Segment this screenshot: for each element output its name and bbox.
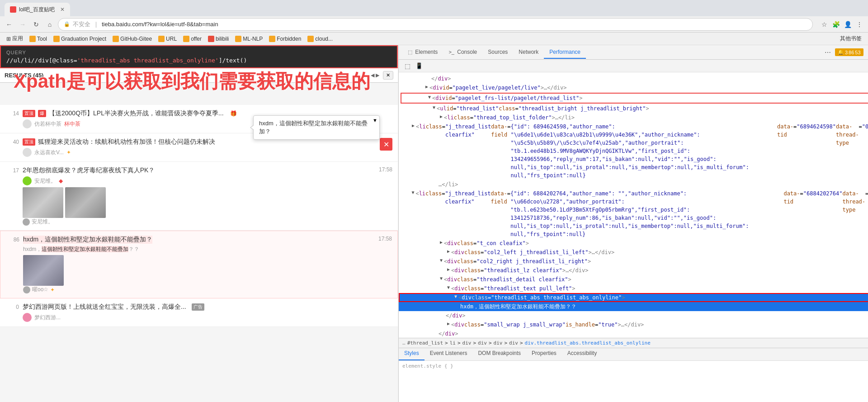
post-title[interactable]: 【送2000Q币】LPL半决赛火热开战，谁能晋级决赛争夺夏季...: [49, 109, 224, 118]
reply-author: 安尼维。: [32, 218, 53, 226]
breadcrumb-div3[interactable]: div: [494, 340, 503, 346]
query-input[interactable]: //ul/li//div[@class='threadlist_abs thre…: [6, 57, 392, 64]
bookmark-bilibili[interactable]: bilibili: [205, 35, 231, 43]
close-notice[interactable]: ✕: [380, 138, 392, 151]
active-tab[interactable]: lol吧_百度贴吧 ✕: [5, 3, 70, 16]
edit-button[interactable]: ✎: [398, 284, 398, 302]
expand-icon[interactable]: ▼: [453, 293, 458, 299]
expand-icon[interactable]: ▼: [439, 257, 444, 263]
tree-node-threadlist-detail[interactable]: ▼ <div class="threadlist_detail clearfix…: [399, 275, 868, 284]
tab-event-listeners[interactable]: Event Listeners: [425, 348, 473, 360]
bookmark-url[interactable]: URL: [156, 35, 179, 43]
tree-node-li-top-folder[interactable]: ▶ <li class="thread_top_list_folder" >…<…: [399, 113, 868, 122]
tree-node-small-wrap[interactable]: ▶ <div class="small_wrap j_small_wrap" i…: [399, 320, 868, 329]
clear-button[interactable]: ✕: [383, 71, 393, 80]
tree-node-threadlist-lz[interactable]: ▶ <div class="threadlist_lz clearfix" >……: [399, 266, 868, 275]
share-button[interactable]: ↗: [398, 242, 398, 260]
author-name: 永远喜欢V...: [34, 149, 64, 156]
expand-icon[interactable]: ▶: [446, 248, 451, 254]
tab-dom-breakpoints[interactable]: DOM Breakpoints: [472, 348, 526, 360]
tree-node-ul-thread-list[interactable]: ▼ <ul id="thread_list" class="threadlist…: [399, 104, 868, 113]
expand-icon[interactable]: ▼: [446, 284, 451, 290]
post-author-row: 梦幻西游...: [23, 313, 392, 322]
tab-title: lol吧_百度贴吧: [19, 6, 55, 14]
inspect-icon[interactable]: ⬚: [402, 61, 412, 71]
breadcrumb-div1[interactable]: div: [462, 340, 472, 346]
breadcrumb-sep: >: [458, 340, 461, 346]
device-icon[interactable]: 📱: [414, 61, 424, 71]
tab-sources[interactable]: Sources: [482, 46, 513, 59]
bookmark-tool[interactable]: Tool: [27, 35, 50, 43]
expand-icon[interactable]: ▶: [424, 84, 429, 89]
tab-label: Performance: [549, 49, 580, 55]
author-name: 安尼维。: [34, 177, 56, 185]
bookmark-graduation[interactable]: Graduation Project: [51, 35, 109, 43]
back-button[interactable]: ←: [4, 19, 14, 30]
bookmark-icon: [269, 36, 275, 42]
breadcrumb-li[interactable]: li: [450, 340, 456, 346]
bookmark-mlnlp[interactable]: ML-NLP: [232, 35, 265, 43]
url-bar[interactable]: 🔒 不安全 ｜ tieba.baidu.com/f?kw=lol&ie=utf-…: [58, 18, 813, 31]
breadcrumb-div4[interactable]: div: [509, 340, 518, 346]
tab-properties[interactable]: Properties: [526, 348, 562, 360]
bookmark-icon: [158, 36, 165, 42]
post-image: [65, 187, 106, 218]
tree-node-li-thread-1[interactable]: ▶ <li class="j_thread_list clearfix" dat…: [399, 122, 868, 180]
expand-icon[interactable]: ▶: [410, 123, 416, 128]
heart-button[interactable]: ♡: [398, 325, 398, 343]
post-title-row: 2年恩怨彻底爆发？虎牙毒纪塞夜线下真人PK？: [23, 166, 375, 175]
expand-icon[interactable]: ▶: [446, 266, 451, 272]
bookmark-icon[interactable]: ☆: [819, 19, 829, 29]
post-image: [23, 187, 63, 218]
tab-network[interactable]: Network: [513, 46, 544, 59]
refresh-button[interactable]: ↻: [398, 263, 398, 281]
breadcrumb-div2[interactable]: div: [478, 340, 487, 346]
tab-styles[interactable]: Styles: [399, 348, 425, 360]
post-title[interactable]: hxdm，這個韌性和堅定加水銀鞋能不能疊加？: [23, 236, 152, 244]
tree-node-col2-right[interactable]: ▼ <div class="col2_right j_threadlist_li…: [399, 257, 868, 266]
post-images: [23, 187, 375, 218]
profile-icon[interactable]: 👤: [843, 19, 853, 29]
expand-icon[interactable]: ▼: [410, 189, 415, 195]
tab-elements[interactable]: ⬚ Elements: [402, 46, 443, 59]
tooltip-close[interactable]: ▼: [373, 118, 377, 123]
breadcrumb-thread-list[interactable]: #thread_list: [407, 340, 443, 346]
more-tabs-icon[interactable]: ⋯: [822, 47, 833, 58]
expand-icon[interactable]: ▼: [427, 94, 432, 99]
vip-icon: ✦: [66, 149, 71, 156]
tab-close[interactable]: ✕: [60, 6, 65, 13]
tab-accessibility[interactable]: Accessibility: [562, 348, 602, 360]
forward-button[interactable]: →: [17, 19, 28, 30]
settings-icon[interactable]: ⚙: [865, 47, 868, 58]
tree-node-threadlist-text[interactable]: ▼ <div class="threadlist_text pull_left"…: [399, 284, 868, 293]
post-title[interactable]: 2年恩怨彻底爆发？虎牙毒纪塞夜线下真人PK？: [23, 166, 155, 175]
extension-icon[interactable]: 🧩: [831, 19, 841, 29]
notify-button[interactable]: 🔔: [398, 304, 398, 322]
tree-node-col2-left[interactable]: ▶ <div class="col2_left j_threadlist_li_…: [399, 248, 868, 257]
post-title[interactable]: 狐狸迎来灵活改动：续航和机动性有加强！但核心问题仍未解决: [38, 138, 215, 146]
home-button[interactable]: ⌂: [44, 19, 55, 30]
post-title[interactable]: 梦幻西游网页版！上线就送全红宝宝，无限洗装，高爆全...: [23, 303, 186, 311]
tree-node-li-thread-2[interactable]: ▼ <li class="j_thread_list clearfix" dat…: [399, 189, 868, 239]
tree-node-threadlist-abs[interactable]: ▼ <div class="threadlist_abs threadlist_…: [399, 293, 868, 302]
bookmark-github[interactable]: GitHub-Gitee: [110, 35, 155, 43]
expand-icon[interactable]: ▼: [431, 104, 437, 110]
menu-icon[interactable]: ⋮: [854, 19, 864, 29]
notifications-badge[interactable]: 🔔 3 86 53: [835, 48, 863, 56]
expand-icon[interactable]: ▶: [439, 239, 444, 245]
expand-icon[interactable]: ▶: [439, 114, 444, 119]
reload-button[interactable]: ↻: [31, 19, 42, 30]
expand-icon[interactable]: ▼: [439, 275, 444, 281]
bookmark-other[interactable]: 其他书签: [837, 34, 864, 43]
bookmark-offer[interactable]: offer: [180, 35, 204, 43]
tab-performance[interactable]: Performance: [544, 46, 586, 59]
tab-console[interactable]: >_ Console: [443, 46, 482, 59]
tree-node-pagelet-live[interactable]: ▶ <div id="pagelet_live/pagelet/live" >……: [399, 83, 868, 92]
tree-node-t-con[interactable]: ▶ <div class="t_con cleafix" >: [399, 239, 868, 248]
bookmark-apps[interactable]: ⊞ 应用: [4, 34, 26, 43]
tree-node-pagelet-frs[interactable]: ▼ <div id="pagelet_frs-list/pagelet/thre…: [401, 93, 868, 104]
bookmark-cloud[interactable]: cloud...: [305, 35, 335, 43]
bookmark-forbidden[interactable]: Forbidden: [266, 35, 304, 43]
expand-icon[interactable]: ▶: [446, 321, 451, 326]
breadcrumb-abs[interactable]: div.threadlist_abs.threadlist_abs_onlyli…: [525, 340, 651, 346]
